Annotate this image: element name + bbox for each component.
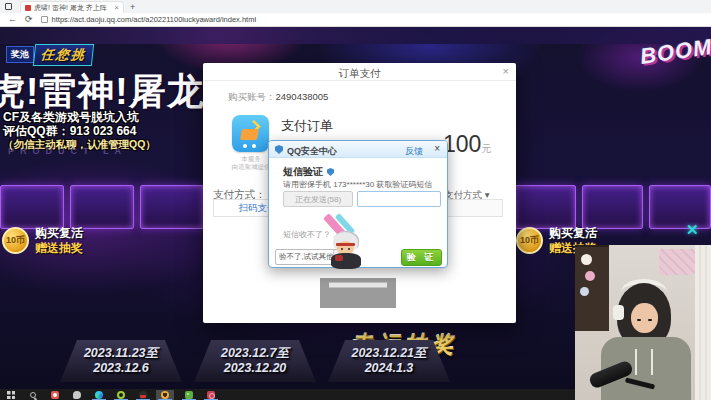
- sticker-body-accent: [335, 255, 343, 261]
- address-bar[interactable]: https://act.daoju.qq.com/act/a20221100lu…: [41, 15, 257, 24]
- tab-title: 虎啸! 雷神! 屠龙 齐上阵: [34, 3, 107, 13]
- page-info-icon[interactable]: [41, 16, 48, 23]
- date-banner-2: 2023.12.7至 2023.12.20: [194, 340, 316, 382]
- prize-card[interactable]: [140, 185, 204, 229]
- promo-line-2: 评估QQ群：913 023 664: [3, 125, 156, 139]
- verify-button[interactable]: 验 证: [401, 249, 442, 266]
- screen: 虎啸! 雷神! 屠龙 齐上阵 × + ← ⟳ https://act.daoju…: [0, 0, 711, 400]
- browser-tab[interactable]: 虎啸! 雷神! 屠龙 齐上阵 ×: [20, 1, 124, 13]
- webcam-overlay: [575, 245, 711, 400]
- dialog-title: 订单支付: [203, 67, 516, 81]
- prize-pool-ribbon: 奖池: [6, 46, 34, 63]
- prize-card[interactable]: [514, 185, 576, 229]
- search-button[interactable]: [24, 390, 42, 400]
- daoju-app-icon: [232, 115, 269, 152]
- date-from: 2023.12.21至: [351, 346, 426, 361]
- tab-bar: 虎啸! 雷神! 屠龙 齐上阵 × +: [0, 0, 711, 13]
- taskbar-app-chat[interactable]: [68, 390, 86, 400]
- buyer-account-row: 购买账号：2490438005: [228, 91, 328, 104]
- sticker-eye: [348, 248, 350, 250]
- taskbar-app-green[interactable]: [180, 390, 198, 400]
- account-value: 2490438005: [276, 91, 329, 102]
- overlay-close-icon[interactable]: ✕: [686, 221, 699, 239]
- sms-instruction: 请用密保手机 173******30 获取验证码短信: [283, 179, 432, 190]
- window-icon: [5, 3, 12, 10]
- taskbar-app-orange-active[interactable]: [156, 390, 174, 400]
- refresh-icon[interactable]: ⟳: [25, 15, 33, 24]
- qq-popup-header[interactable]: QQ安全中心 反馈 ×: [269, 141, 447, 158]
- new-tab-button[interactable]: +: [130, 2, 135, 12]
- taskbar-app-pink[interactable]: [202, 390, 220, 400]
- sending-code-button[interactable]: 正在发送(58): [283, 191, 353, 207]
- date-from: 2023.12.7至: [221, 346, 289, 361]
- account-label: 购买账号：: [228, 91, 276, 102]
- prize-card-row-right: [514, 185, 711, 229]
- cart-wheel-icon: [252, 144, 256, 148]
- dialog-header: 订单支付 ×: [203, 63, 516, 81]
- date-banner-1: 2023.11.23至 2023.12.6: [60, 340, 182, 382]
- coin-10-icon: 10币: [2, 227, 29, 254]
- coin-promo-line-1: 购买复活: [35, 226, 83, 241]
- prize-card-row-left: [0, 185, 204, 229]
- tab-close-icon[interactable]: ×: [114, 4, 119, 12]
- prize-card[interactable]: [582, 185, 644, 229]
- plush-toy: [581, 254, 592, 265]
- cart-wheel-icon: [243, 144, 247, 148]
- dialog-close-icon[interactable]: ×: [503, 66, 509, 77]
- headphone-cup: [613, 305, 624, 320]
- date-to: 2023.12.6: [93, 361, 149, 376]
- streamer-eye: [637, 319, 641, 321]
- coin-promo-line-2: 赠送抽奖: [35, 241, 83, 256]
- top-banner-strip: [0, 27, 711, 44]
- prize-card[interactable]: [649, 185, 711, 229]
- taskbar-app-edge[interactable]: [90, 390, 108, 400]
- cartoon-sticker: [319, 221, 369, 271]
- prize-card[interactable]: [0, 185, 64, 229]
- date-to: 2023.12.20: [224, 361, 287, 376]
- coin-promo-line-1: 购买复活: [549, 226, 597, 241]
- verification-code-input[interactable]: [357, 191, 441, 207]
- coin-10-icon: 10币: [516, 227, 543, 254]
- taskbar-app-olive[interactable]: [112, 390, 130, 400]
- curtain: [695, 245, 711, 400]
- order-title: 支付订单: [281, 117, 333, 135]
- shield-icon: [327, 168, 334, 176]
- shield-icon: [275, 145, 283, 154]
- taskbar-app-red[interactable]: [46, 390, 64, 400]
- url-text[interactable]: https://act.daoju.qq.com/act/a20221100lu…: [52, 15, 257, 24]
- product-watermark: PRODUCT LA: [8, 146, 127, 156]
- back-icon[interactable]: ←: [8, 15, 17, 24]
- date-banner-3: 2023.12.21至 2024.1.3: [328, 340, 450, 382]
- qq-close-icon[interactable]: ×: [434, 144, 440, 154]
- hoodie-drawstring: [651, 349, 653, 375]
- cart-body-icon: [240, 129, 259, 140]
- date-from: 2023.11.23至: [84, 346, 158, 361]
- amount-unit: 元: [481, 143, 491, 154]
- pink-cloth: [659, 249, 695, 275]
- sticker-eye: [341, 248, 343, 250]
- plush-toy: [585, 271, 595, 281]
- order-amount: 100元: [443, 131, 491, 158]
- navigation-bar: ← ⟳ https://act.daoju.qq.com/act/a202211…: [0, 13, 711, 27]
- feedback-link[interactable]: 反馈: [405, 145, 423, 158]
- sms-verify-title: 短信验证: [283, 165, 334, 179]
- hoodie-drawstring: [635, 349, 637, 375]
- streamer-face: [631, 303, 658, 333]
- coin-promo-left: 10币 购买复活 赠送抽奖: [2, 226, 202, 260]
- pick-any-ribbon: 任您挑: [33, 44, 94, 66]
- prize-card[interactable]: [70, 185, 134, 229]
- shelf: [575, 245, 609, 331]
- qq-security-popup: QQ安全中心 反馈 × 短信验证 请用密保手机 173******30 获取验证…: [268, 140, 448, 268]
- notice-box: [320, 278, 396, 308]
- qq-popup-title: QQ安全中心: [287, 145, 337, 158]
- sticker-headband: [336, 243, 355, 246]
- browser-chrome: 虎啸! 雷神! 屠龙 齐上阵 × + ← ⟳ https://act.daoju…: [0, 0, 711, 27]
- plush-toy: [580, 287, 589, 296]
- taskbar-app-darkred[interactable]: [134, 390, 152, 400]
- streamer-eye: [648, 319, 652, 321]
- promo-line-1: CF及各类游戏号脱坑入坑: [3, 111, 156, 125]
- start-button[interactable]: [2, 390, 20, 400]
- edge-icon: [95, 391, 103, 399]
- date-to: 2024.1.3: [365, 361, 414, 376]
- search-icon: [30, 392, 36, 398]
